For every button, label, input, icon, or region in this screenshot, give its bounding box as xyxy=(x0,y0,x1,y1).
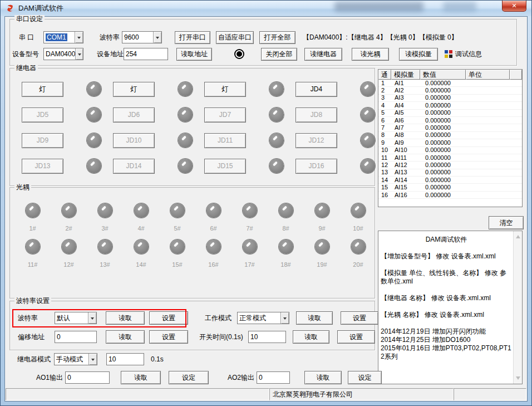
device-address-input[interactable] xyxy=(124,48,168,60)
titlebar[interactable]: DAM调试软件 ✕ xyxy=(1,1,531,16)
ao2-read-button[interactable]: 读取 xyxy=(304,371,342,384)
port-select[interactable]: COM1 xyxy=(43,31,83,43)
table-row[interactable]: 2 AI2 0.000000 xyxy=(378,87,522,94)
relay-button[interactable]: JD7 xyxy=(204,107,246,123)
log-line xyxy=(381,244,512,252)
read-opto-button[interactable]: 读光耦 xyxy=(352,48,389,61)
dropdown-button[interactable] xyxy=(75,48,83,60)
table-row[interactable]: 14 AI14 0.000000 xyxy=(378,177,522,184)
offset-read-button[interactable]: 读取 xyxy=(106,330,145,344)
header-value[interactable]: 数值 xyxy=(420,70,466,80)
relay-button[interactable]: JD6 xyxy=(113,107,155,123)
table-row[interactable]: 15 AI15 0.000000 xyxy=(378,184,522,191)
baud-select[interactable]: 9600 xyxy=(122,31,162,43)
read-analog-button[interactable]: 读模拟量 xyxy=(399,48,438,61)
relay-button[interactable]: JD8 xyxy=(295,107,337,123)
log-line xyxy=(381,261,512,269)
opto-cell: 2# xyxy=(51,203,87,232)
log-line: 【增加设备型号】 修改 设备表.xml.xml xyxy=(381,252,512,261)
open-serial-button[interactable]: 打开串口 xyxy=(175,31,210,44)
ao1-read-button[interactable]: 读取 xyxy=(121,371,161,384)
ao1-input[interactable] xyxy=(65,371,110,384)
adaptive-serial-button[interactable]: 自适应串口 xyxy=(216,31,254,44)
work-mode-set-button[interactable]: 设置 xyxy=(341,311,378,325)
relay-button[interactable]: JD14 xyxy=(113,159,155,174)
clear-button[interactable]: 清空 xyxy=(489,216,524,229)
table-row[interactable]: 5 AI5 0.000000 xyxy=(378,110,522,117)
read-relay-button[interactable]: 读继电器 xyxy=(304,48,342,61)
relay-button[interactable]: 灯 xyxy=(113,82,155,97)
close-all-button[interactable]: 关闭全部 xyxy=(261,48,297,61)
scroll-down-icon[interactable] xyxy=(516,376,520,382)
baud-setting-select[interactable]: 默认 xyxy=(55,312,97,324)
read-address-button[interactable]: 读取地址 xyxy=(176,48,212,61)
dropdown-button[interactable] xyxy=(153,32,161,43)
analog-table-body: 1 AI1 0.000000 2 AI2 0.000000 3 xyxy=(378,80,522,207)
table-row[interactable]: 7 AI7 0.000000 xyxy=(378,124,522,131)
offset-input[interactable] xyxy=(55,331,97,343)
relay-cell: JD5 xyxy=(10,102,101,128)
switch-time-read-button[interactable]: 读取 xyxy=(293,330,329,344)
relay-button[interactable]: JD11 xyxy=(204,133,246,148)
relay-button[interactable]: JD5 xyxy=(22,107,63,123)
debug-info-icon xyxy=(445,50,452,58)
baud-read-button[interactable]: 读取 xyxy=(106,311,145,325)
switch-time-set-button[interactable]: 设置 xyxy=(337,330,375,344)
open-all-button[interactable]: 打开全部 xyxy=(259,31,295,44)
header-analog[interactable]: 模拟量 xyxy=(391,70,420,80)
relay-button[interactable]: 灯 xyxy=(204,82,246,97)
ao2-input[interactable] xyxy=(257,371,290,384)
dropdown-button[interactable] xyxy=(280,312,289,324)
opto-led-indicator xyxy=(351,203,366,218)
header-channel[interactable]: 通 xyxy=(378,70,391,80)
offset-set-button[interactable]: 设置 xyxy=(149,330,188,344)
table-row[interactable]: 8 AI8 0.000000 xyxy=(378,132,522,139)
table-row[interactable]: 16 AI16 0.000000 xyxy=(378,192,522,199)
opto-cell: 6# xyxy=(195,203,231,232)
work-mode-select[interactable]: 正常模式 xyxy=(237,312,289,324)
relay-mode-select[interactable]: 手动模式 xyxy=(54,353,97,365)
ao1-set-button[interactable]: 设定 xyxy=(169,371,209,384)
scroll-up-icon[interactable] xyxy=(516,233,520,238)
baud-set-button[interactable]: 设置 xyxy=(149,311,188,325)
table-row[interactable]: 10 AI10 0.000000 xyxy=(378,147,522,154)
work-mode-read-button[interactable]: 读取 xyxy=(296,311,333,325)
relay-mode-time-input[interactable] xyxy=(106,353,144,365)
app-icon xyxy=(6,4,14,13)
table-row[interactable]: 12 AI12 0.000000 xyxy=(378,162,522,169)
relay-button[interactable]: JD15 xyxy=(204,159,246,174)
log-line: DAM调试软件 xyxy=(381,236,512,244)
relay-button[interactable]: JD12 xyxy=(295,133,337,148)
relay-led-indicator xyxy=(178,133,193,148)
relay-led-indicator xyxy=(87,133,101,148)
relay-button[interactable]: JD13 xyxy=(22,159,63,174)
relay-button[interactable]: JD10 xyxy=(113,133,155,148)
opto-cell: 14# xyxy=(123,239,159,268)
table-row[interactable]: 3 AI3 0.000000 xyxy=(378,95,522,102)
relay-button[interactable]: JD4 xyxy=(295,82,337,97)
scrollbar[interactable] xyxy=(513,231,522,384)
relay-led-indicator xyxy=(361,107,375,122)
table-row[interactable]: 13 AI13 0.000000 xyxy=(378,169,522,177)
relay-button[interactable]: JD16 xyxy=(295,159,337,174)
table-row[interactable]: 6 AI6 0.000000 xyxy=(378,117,522,124)
ao2-set-button[interactable]: 设定 xyxy=(348,371,382,384)
header-unit[interactable]: 单位 xyxy=(466,70,510,80)
baud-setting-value: 默认 xyxy=(57,314,70,323)
relay-button[interactable]: JD9 xyxy=(22,133,63,148)
relay-cell: JD6 xyxy=(101,102,193,128)
relay-cell: 灯 xyxy=(101,76,193,102)
dropdown-button[interactable] xyxy=(88,354,97,365)
switch-time-input[interactable] xyxy=(248,331,286,343)
table-row[interactable]: 1 AI1 0.000000 xyxy=(378,80,522,87)
table-row[interactable]: 9 AI9 0.000000 xyxy=(378,139,522,146)
dropdown-button[interactable] xyxy=(88,312,96,324)
model-select[interactable]: DAM0400 xyxy=(43,48,83,60)
table-row[interactable]: 4 AI4 0.000000 xyxy=(378,102,522,109)
table-row[interactable]: 11 AI11 0.000000 xyxy=(378,154,522,162)
debug-info-label[interactable]: 调试信息 xyxy=(455,50,482,59)
close-button[interactable]: ✕ xyxy=(502,1,526,12)
relay-cell: 灯 xyxy=(10,76,101,102)
relay-button[interactable]: 灯 xyxy=(22,82,63,97)
dropdown-button[interactable] xyxy=(75,32,83,43)
